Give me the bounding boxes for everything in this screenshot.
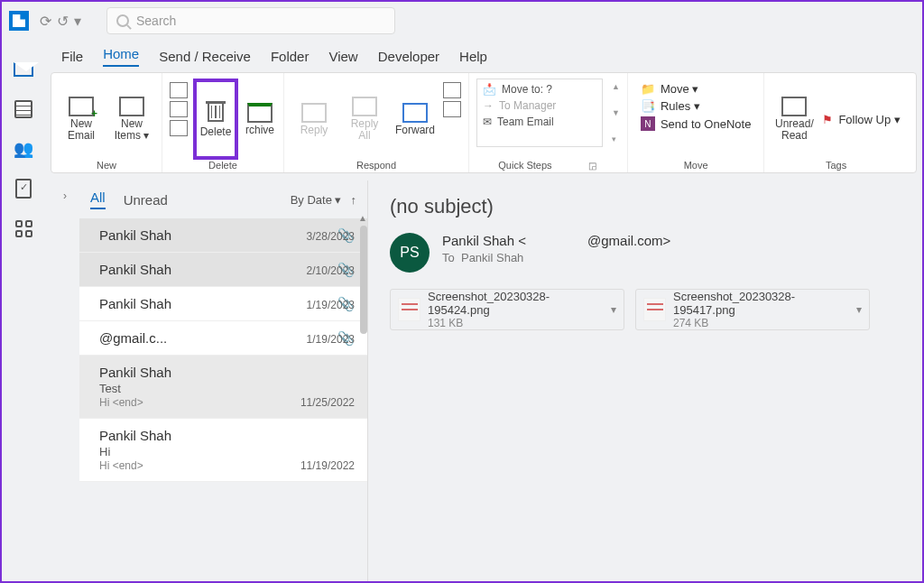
undo-icon[interactable]: ↺ (57, 13, 69, 30)
mail-icon[interactable] (14, 60, 33, 79)
new-items-button[interactable]: New Items ▾ (109, 79, 154, 160)
attachments-row: Screenshot_20230328-195424.png131 KB▾Scr… (390, 289, 895, 330)
sort-direction-icon[interactable]: ↑ (351, 193, 357, 207)
quick-access-toolbar: ⟳ ↺ ▾ (40, 13, 81, 30)
message-date: 11/25/2022 (300, 396, 355, 409)
folder-pane-collapse[interactable]: › (51, 180, 79, 581)
search-icon (116, 14, 129, 27)
scrollbar-thumb[interactable] (360, 226, 367, 334)
message-subject-preview: Test (99, 382, 355, 395)
attachment-size: 131 KB (428, 317, 604, 330)
sender-avatar: PS (390, 233, 430, 273)
archive-button[interactable]: rchive (244, 79, 276, 160)
tab-developer[interactable]: Developer (378, 49, 439, 64)
sync-icon[interactable]: ⟳ (40, 13, 51, 30)
more-respond-icon[interactable] (443, 101, 461, 117)
cleanup-icon[interactable] (170, 101, 188, 117)
filter-unread[interactable]: Unread (124, 192, 168, 208)
calendar-icon[interactable] (14, 99, 33, 119)
ignore-icon[interactable] (170, 82, 188, 98)
move-icon: 📁 (641, 82, 655, 96)
message-subject: (no subject) (390, 195, 895, 218)
message-item[interactable]: Pankil Shah📎2/10/2023 (79, 253, 367, 287)
meeting-icon[interactable] (443, 82, 461, 98)
message-item[interactable]: Pankil Shah📎1/19/2023 (79, 287, 367, 321)
apps-icon[interactable] (14, 218, 33, 238)
message-date: 11/19/2022 (300, 459, 355, 472)
quicksteps-gallery[interactable]: 📩Move to: ? →To Manager ✉Team Email (476, 79, 603, 147)
flag-icon: ⚑ (822, 113, 833, 126)
group-quicksteps: 📩Move to: ? →To Manager ✉Team Email ▲▼▾ … (469, 73, 628, 172)
quicksteps-scroll[interactable]: ▲▼▾ (612, 79, 620, 147)
attachment-card[interactable]: Screenshot_20230328-195417.png274 KB▾ (635, 289, 870, 330)
message-item[interactable]: Pankil ShahHiHi <end>11/19/2022 (79, 419, 367, 482)
attachment-card[interactable]: Screenshot_20230328-195424.png131 KB▾ (390, 289, 624, 330)
group-label-move: Move (684, 160, 708, 171)
attachment-filename: Screenshot_20230328-195424.png (428, 290, 604, 317)
message-item[interactable]: Pankil Shah📎3/28/2023 (79, 218, 367, 253)
message-from: Pankil Shah (99, 428, 355, 443)
ribbon: +New Email New Items ▾ New Delete rchive… (51, 72, 917, 173)
message-date: 3/28/2023 (307, 230, 355, 243)
sort-by-date[interactable]: By Date ▾ (291, 193, 342, 207)
attachment-thumbnail-icon (643, 298, 666, 321)
group-new: +New Email New Items ▾ New (51, 73, 162, 172)
message-date: 2/10/2023 (307, 264, 355, 277)
move-button[interactable]: 📁Move ▾ (641, 80, 751, 97)
chevron-down-icon[interactable]: ▾ (856, 303, 862, 316)
message-date: 1/19/2023 (307, 333, 355, 346)
qat-dropdown-icon[interactable]: ▾ (74, 13, 81, 30)
group-label-delete: Delete (208, 160, 237, 171)
tab-file[interactable]: File (61, 49, 83, 64)
recipient-line: To Pankil Shah (442, 251, 670, 264)
sender-line: Pankil Shah <@gmail.com> (442, 233, 670, 248)
message-list: All Unread By Date ▾↑ Pankil Shah📎3/28/2… (79, 180, 368, 581)
attachment-filename: Screenshot_20230328-195417.png (673, 290, 849, 317)
people-icon[interactable]: 👥 (14, 139, 33, 159)
scroll-up-icon[interactable]: ▲ (358, 213, 367, 223)
search-placeholder: Search (136, 14, 176, 28)
chevron-down-icon[interactable]: ▾ (611, 303, 616, 316)
group-tags: Unread/ Read ⚑Follow Up ▾ Tags (764, 73, 907, 172)
tab-help[interactable]: Help (459, 49, 487, 64)
reply-all-button[interactable]: Reply All (342, 79, 387, 160)
reply-button[interactable]: Reply (291, 79, 337, 160)
junk-icon[interactable] (170, 120, 188, 136)
group-label-tags: Tags (826, 160, 846, 171)
group-delete: Delete rchive Delete (162, 73, 284, 172)
search-box[interactable]: Search (106, 7, 395, 34)
message-subject-preview: Hi (99, 445, 355, 458)
tab-home[interactable]: Home (103, 46, 139, 67)
group-label-new: New (97, 160, 116, 171)
manager-icon: → (483, 99, 494, 112)
message-from: Pankil Shah (99, 365, 355, 380)
reading-pane: (no subject) PS Pankil Shah <@gmail.com>… (368, 180, 917, 581)
forward-button[interactable]: Forward (393, 79, 438, 160)
content-area: › All Unread By Date ▾↑ Pankil Shah📎3/28… (51, 180, 917, 581)
rules-button[interactable]: 📑Rules ▾ (641, 97, 751, 115)
trash-icon (205, 101, 226, 125)
tab-folder[interactable]: Folder (271, 49, 310, 64)
message-item[interactable]: @gmail.c...📎1/19/2023 (79, 321, 367, 356)
tasks-icon[interactable] (14, 179, 33, 199)
onenote-icon: N (641, 116, 655, 131)
group-respond: Reply Reply All Forward Respond (284, 73, 469, 172)
tab-view[interactable]: View (328, 49, 357, 64)
tab-sendreceive[interactable]: Send / Receive (159, 49, 251, 64)
filter-all[interactable]: All (90, 190, 106, 209)
left-nav-rail: 👥 (2, 40, 45, 581)
message-date: 1/19/2023 (307, 299, 355, 311)
group-move: 📁Move ▾ 📑Rules ▾ NSend to OneNote Move (628, 73, 764, 172)
followup-button[interactable]: ⚑Follow Up ▾ (822, 111, 900, 128)
unread-read-button[interactable]: Unread/ Read (772, 79, 817, 160)
group-label-respond: Respond (356, 160, 396, 171)
new-email-button[interactable]: +New Email (59, 79, 104, 160)
rules-icon: 📑 (641, 99, 655, 113)
outlook-logo-icon (9, 11, 29, 31)
delete-button[interactable]: Delete (193, 79, 238, 160)
ribbon-tabs: File Home Send / Receive Folder View Dev… (45, 40, 922, 72)
onenote-button[interactable]: NSend to OneNote (641, 115, 751, 133)
moveto-icon: 📩 (483, 83, 496, 96)
dialog-launcher-icon[interactable]: ◲ (588, 161, 596, 171)
message-item[interactable]: Pankil ShahTestHi <end>11/25/2022 (79, 356, 367, 419)
